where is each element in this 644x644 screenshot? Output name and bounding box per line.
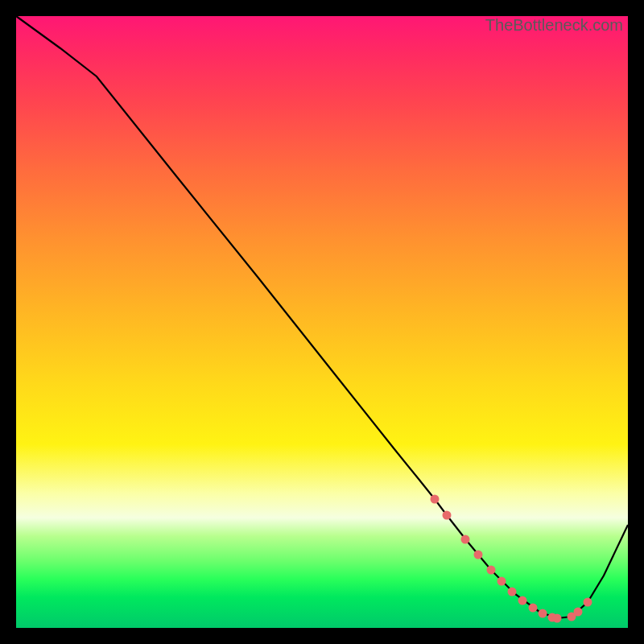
marker-dot: [461, 535, 470, 544]
marker-dot: [487, 566, 496, 575]
marker-dots: [431, 495, 592, 623]
marker-dot: [529, 604, 538, 613]
marker-dot: [508, 588, 517, 597]
marker-dot: [474, 551, 483, 559]
plot-area: TheBottleneck.com: [16, 16, 628, 628]
marker-dot: [518, 597, 527, 605]
marker-dot: [539, 609, 547, 618]
marker-dot: [497, 577, 506, 586]
marker-dot: [553, 614, 562, 623]
main-curve: [16, 16, 628, 618]
marker-dot: [574, 608, 583, 617]
marker-dot: [584, 598, 592, 607]
marker-dot: [443, 511, 452, 520]
chart-stage: TheBottleneck.com: [0, 0, 644, 644]
curve-svg: [16, 16, 628, 628]
marker-dot: [431, 495, 440, 504]
